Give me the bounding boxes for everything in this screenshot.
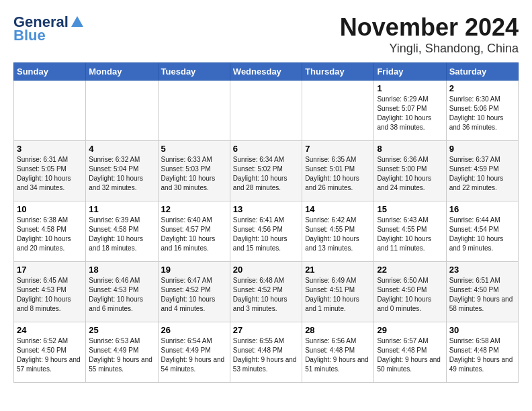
day-number: 6 [233,144,299,154]
calendar-cell: 28Sunrise: 6:56 AMSunset: 4:48 PMDayligh… [302,322,374,383]
logo-blue: Blue [13,27,46,44]
day-info: Sunrise: 6:58 AMSunset: 4:48 PMDaylight:… [449,336,515,374]
logo-icon [70,15,85,30]
day-info: Sunrise: 6:49 AMSunset: 4:51 PMDaylight:… [305,276,371,314]
calendar-cell: 26Sunrise: 6:54 AMSunset: 4:49 PMDayligh… [158,322,230,383]
day-info: Sunrise: 6:44 AMSunset: 4:54 PMDaylight:… [449,216,515,253]
day-number: 14 [305,204,371,214]
day-number: 10 [17,204,83,214]
day-number: 11 [89,204,154,214]
calendar-table: SundayMondayTuesdayWednesdayThursdayFrid… [13,62,519,383]
day-info: Sunrise: 6:30 AMSunset: 5:06 PMDaylight:… [449,95,515,132]
day-info: Sunrise: 6:39 AMSunset: 4:58 PMDaylight:… [89,216,154,253]
day-number: 3 [17,144,83,154]
day-number: 16 [449,204,515,214]
day-info: Sunrise: 6:50 AMSunset: 4:50 PMDaylight:… [377,276,443,314]
weekday-header: Monday [86,63,158,81]
day-info: Sunrise: 6:52 AMSunset: 4:50 PMDaylight:… [17,336,83,374]
day-number: 22 [377,265,443,275]
calendar-cell [302,81,374,141]
calendar-cell: 8Sunrise: 6:36 AMSunset: 5:00 PMDaylight… [374,141,446,201]
day-number: 13 [233,204,299,214]
page-header: General Blue November 2024 Yingli, Shand… [13,13,519,56]
calendar-cell: 10Sunrise: 6:38 AMSunset: 4:58 PMDayligh… [14,201,86,262]
calendar-cell: 25Sunrise: 6:53 AMSunset: 4:49 PMDayligh… [86,322,158,383]
calendar-cell: 11Sunrise: 6:39 AMSunset: 4:58 PMDayligh… [86,201,158,262]
calendar-cell: 21Sunrise: 6:49 AMSunset: 4:51 PMDayligh… [302,262,374,322]
calendar-cell: 27Sunrise: 6:55 AMSunset: 4:48 PMDayligh… [230,322,302,383]
calendar-cell: 14Sunrise: 6:42 AMSunset: 4:55 PMDayligh… [302,201,374,262]
day-number: 8 [377,144,443,154]
calendar-header-row: SundayMondayTuesdayWednesdayThursdayFrid… [14,63,519,81]
calendar-cell [14,81,86,141]
day-info: Sunrise: 6:48 AMSunset: 4:52 PMDaylight:… [233,276,299,314]
calendar-cell [230,81,302,141]
day-info: Sunrise: 6:34 AMSunset: 5:02 PMDaylight:… [233,155,299,193]
calendar-cell: 20Sunrise: 6:48 AMSunset: 4:52 PMDayligh… [230,262,302,322]
calendar-cell: 24Sunrise: 6:52 AMSunset: 4:50 PMDayligh… [14,322,86,383]
day-number: 18 [89,265,154,275]
day-number: 1 [377,83,443,93]
day-info: Sunrise: 6:53 AMSunset: 4:49 PMDaylight:… [89,336,154,374]
day-number: 28 [305,325,371,335]
day-info: Sunrise: 6:35 AMSunset: 5:01 PMDaylight:… [305,155,371,193]
day-info: Sunrise: 6:32 AMSunset: 5:04 PMDaylight:… [89,155,154,193]
calendar-cell: 6Sunrise: 6:34 AMSunset: 5:02 PMDaylight… [230,141,302,201]
day-info: Sunrise: 6:45 AMSunset: 4:53 PMDaylight:… [17,276,83,314]
calendar-cell [158,81,230,141]
calendar-cell: 30Sunrise: 6:58 AMSunset: 4:48 PMDayligh… [446,322,518,383]
title-block: November 2024 Yingli, Shandong, China [340,13,519,56]
calendar-week-row: 24Sunrise: 6:52 AMSunset: 4:50 PMDayligh… [14,322,519,383]
day-number: 5 [161,144,227,154]
calendar-week-row: 17Sunrise: 6:45 AMSunset: 4:53 PMDayligh… [14,262,519,322]
day-info: Sunrise: 6:43 AMSunset: 4:55 PMDaylight:… [377,216,443,253]
day-number: 20 [233,265,299,275]
day-number: 26 [161,325,227,335]
calendar-cell: 5Sunrise: 6:33 AMSunset: 5:03 PMDaylight… [158,141,230,201]
day-info: Sunrise: 6:57 AMSunset: 4:48 PMDaylight:… [377,336,443,374]
day-number: 30 [449,325,515,335]
calendar-cell: 7Sunrise: 6:35 AMSunset: 5:01 PMDaylight… [302,141,374,201]
day-info: Sunrise: 6:51 AMSunset: 4:50 PMDaylight:… [449,276,515,314]
calendar-week-row: 1Sunrise: 6:29 AMSunset: 5:07 PMDaylight… [14,81,519,141]
day-number: 2 [449,83,515,93]
calendar-cell: 23Sunrise: 6:51 AMSunset: 4:50 PMDayligh… [446,262,518,322]
day-number: 24 [17,325,83,335]
day-info: Sunrise: 6:41 AMSunset: 4:56 PMDaylight:… [233,216,299,253]
weekday-header: Friday [374,63,446,81]
calendar-cell: 29Sunrise: 6:57 AMSunset: 4:48 PMDayligh… [374,322,446,383]
day-info: Sunrise: 6:36 AMSunset: 5:00 PMDaylight:… [377,155,443,193]
calendar-cell: 3Sunrise: 6:31 AMSunset: 5:05 PMDaylight… [14,141,86,201]
day-info: Sunrise: 6:42 AMSunset: 4:55 PMDaylight:… [305,216,371,253]
day-info: Sunrise: 6:47 AMSunset: 4:52 PMDaylight:… [161,276,227,314]
calendar-cell: 2Sunrise: 6:30 AMSunset: 5:06 PMDaylight… [446,81,518,141]
day-number: 25 [89,325,154,335]
calendar-cell: 12Sunrise: 6:40 AMSunset: 4:57 PMDayligh… [158,201,230,262]
day-info: Sunrise: 6:54 AMSunset: 4:49 PMDaylight:… [161,336,227,374]
calendar-cell: 16Sunrise: 6:44 AMSunset: 4:54 PMDayligh… [446,201,518,262]
day-number: 4 [89,144,154,154]
day-info: Sunrise: 6:33 AMSunset: 5:03 PMDaylight:… [161,155,227,193]
day-info: Sunrise: 6:56 AMSunset: 4:48 PMDaylight:… [305,336,371,374]
page-subtitle: Yingli, Shandong, China [340,42,519,56]
calendar-week-row: 10Sunrise: 6:38 AMSunset: 4:58 PMDayligh… [14,201,519,262]
page-title: November 2024 [340,13,519,42]
calendar-cell: 15Sunrise: 6:43 AMSunset: 4:55 PMDayligh… [374,201,446,262]
day-number: 12 [161,204,227,214]
weekday-header: Tuesday [158,63,230,81]
day-number: 17 [17,265,83,275]
calendar-cell: 17Sunrise: 6:45 AMSunset: 4:53 PMDayligh… [14,262,86,322]
day-info: Sunrise: 6:55 AMSunset: 4:48 PMDaylight:… [233,336,299,374]
calendar-cell: 1Sunrise: 6:29 AMSunset: 5:07 PMDaylight… [374,81,446,141]
day-info: Sunrise: 6:40 AMSunset: 4:57 PMDaylight:… [161,216,227,253]
calendar-cell [86,81,158,141]
calendar-cell: 4Sunrise: 6:32 AMSunset: 5:04 PMDaylight… [86,141,158,201]
day-number: 7 [305,144,371,154]
day-number: 23 [449,265,515,275]
day-info: Sunrise: 6:31 AMSunset: 5:05 PMDaylight:… [17,155,83,193]
day-info: Sunrise: 6:29 AMSunset: 5:07 PMDaylight:… [377,95,443,132]
calendar-cell: 18Sunrise: 6:46 AMSunset: 4:53 PMDayligh… [86,262,158,322]
day-info: Sunrise: 6:38 AMSunset: 4:58 PMDaylight:… [17,216,83,253]
svg-marker-0 [71,16,83,27]
day-number: 21 [305,265,371,275]
